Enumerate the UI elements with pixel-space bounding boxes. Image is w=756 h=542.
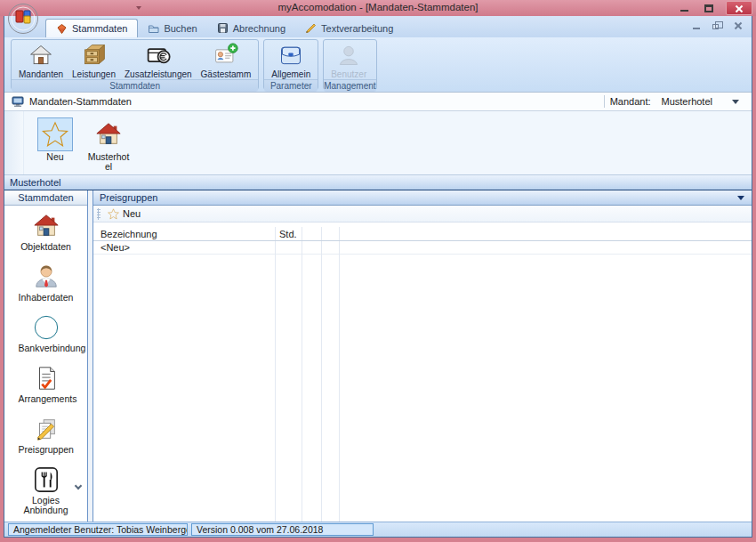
app-window: myAccomodation - [Mandaten-Stammdaten] S…: [0, 0, 756, 542]
sidebar-item-bankverbindung[interactable]: Bankverbindung: [4, 314, 87, 365]
chevron-down-icon: [732, 100, 739, 104]
column-divider: [339, 227, 340, 522]
cutlery-icon: [33, 466, 60, 493]
button-label: Allgemein: [271, 69, 310, 79]
status-version-panel: Version 0.008 vom 27.06.2018: [191, 523, 374, 536]
button-label: Zusatzleistungen: [125, 69, 192, 79]
star-icon: [42, 121, 68, 148]
sidebar-item-inhaberdaten[interactable]: Inhaberdaten: [4, 263, 87, 314]
leistungen-button[interactable]: Leistungen: [68, 41, 120, 79]
folder-icon: [148, 22, 159, 34]
sidebar-item-label: Logies Anbindung: [19, 496, 74, 515]
gaestestamm-button[interactable]: Gästestamm: [197, 41, 256, 79]
panel-dropdown-icon[interactable]: [737, 196, 744, 200]
guest-card-add-icon: [213, 43, 238, 68]
ribbon-group-label: Stammdaten: [12, 79, 258, 92]
tab-label: Abrechnung: [233, 23, 286, 34]
tab-textverarbeitung[interactable]: Textverarbeitung: [295, 19, 403, 37]
app-logo-icon: [7, 3, 39, 35]
gem-icon: [56, 23, 68, 35]
pencil-icon: [305, 22, 317, 34]
mandant-label: Mandant:: [610, 96, 651, 107]
record-list-gutter: [4, 111, 24, 174]
window-close-button[interactable]: [726, 1, 752, 15]
tab-buchen[interactable]: Buchen: [138, 19, 206, 37]
window-content: Stammdaten Buchen Abrechnung Textverarbe…: [4, 16, 752, 538]
sidebar-items: Objektdaten Inhaberdaten Bankverbindung …: [4, 206, 87, 522]
allgemein-button[interactable]: Allgemein: [267, 41, 315, 79]
title-bar: myAccomodation - [Mandaten-Stammdaten]: [0, 0, 756, 16]
record-item-label: Musterhotel: [85, 152, 132, 172]
window-minimize-button[interactable]: [676, 2, 692, 14]
save-icon: [217, 22, 229, 34]
column-divider: [275, 227, 276, 522]
sidebar-item-label: Arrangements: [19, 394, 74, 404]
mdi-minimize-button[interactable]: [691, 20, 704, 31]
blue-case-icon: [278, 43, 303, 68]
ribbon: Mandanten Leistungen Zusatzleistungen Gä…: [4, 37, 752, 92]
column-divider: [302, 227, 302, 522]
status-bar: Angemeldeter Benutzer: Tobias Weinberger…: [4, 522, 752, 537]
button-label: Gästestamm: [201, 69, 252, 79]
record-item-neu[interactable]: Neu: [31, 117, 79, 174]
main-panel-title: Preisgruppen: [100, 190, 157, 205]
ribbon-group-label: Parameter: [264, 79, 318, 92]
table-cell-neu: <Neu>: [93, 242, 275, 253]
main-toolbar: Neu: [93, 206, 752, 222]
house-red-icon: [95, 121, 122, 148]
zusatzleistungen-button[interactable]: Zusatzleistungen: [120, 41, 197, 79]
section-header: Musterhotel: [4, 175, 752, 190]
star-icon: [108, 208, 119, 220]
tab-stammdaten[interactable]: Stammdaten: [45, 19, 138, 37]
toolbar-grip-handle[interactable]: [97, 208, 101, 220]
quick-access-dropdown-icon[interactable]: [136, 6, 141, 10]
column-header-std[interactable]: Std.: [275, 229, 302, 239]
person-tie-icon: [33, 263, 60, 290]
record-list: Neu Musterhotel: [4, 111, 752, 175]
sidebar-scroll-down-button[interactable]: [72, 481, 84, 493]
window-maximize-button[interactable]: [701, 2, 717, 14]
button-label: Mandanten: [19, 69, 63, 79]
euro-coin-icon: [33, 314, 60, 341]
document-title: Mandaten-Stammdaten: [29, 96, 132, 107]
mdi-restore-button[interactable]: [712, 20, 724, 31]
benutzer-button[interactable]: Benutzer: [326, 41, 371, 79]
application-menu-button[interactable]: [7, 3, 39, 35]
mandant-combobox[interactable]: Musterhotel: [656, 95, 744, 108]
column-divider: [321, 227, 322, 522]
mandanten-button[interactable]: Mandanten: [14, 41, 68, 79]
sidebar-item-label: Bankverbindung: [19, 344, 74, 353]
record-item-label: Neu: [32, 152, 78, 162]
record-item-musterhotel[interactable]: Musterhotel: [84, 117, 133, 174]
status-user-panel: Angemeldeter Benutzer: Tobias Weinberger: [8, 523, 188, 536]
column-header-bezeichnung[interactable]: Bezeichnung: [93, 229, 275, 239]
tab-abrechnung[interactable]: Abrechnung: [207, 19, 295, 37]
house-red-icon: [33, 213, 60, 239]
main-panel: Preisgruppen Neu Bezeichnung: [92, 190, 752, 522]
sidebar-item-arrangements[interactable]: Arrangements: [4, 365, 87, 416]
table-row[interactable]: <Neu>: [93, 241, 752, 255]
tab-label: Stammdaten: [72, 23, 127, 34]
new-button[interactable]: Neu: [105, 207, 146, 221]
tab-label: Buchen: [164, 23, 197, 34]
table-header-row: Bezeichnung Std.: [93, 227, 752, 241]
price-groups-table: Bezeichnung Std. <Neu>: [93, 222, 752, 522]
window-title: myAccomodation - [Mandaten-Stammdaten]: [0, 2, 756, 12]
sidebar-item-preisgruppen[interactable]: Preisgruppen: [4, 416, 87, 466]
mdi-close-button[interactable]: [732, 20, 744, 31]
sidebar-item-label: Inhaberdaten: [19, 293, 74, 303]
pages-pencil-icon: [33, 416, 60, 442]
button-label: Leistungen: [72, 69, 116, 79]
house-outline-icon: [28, 43, 53, 68]
document-toolbar: Mandaten-Stammdaten Mandant: Musterhotel: [4, 92, 752, 111]
main-panel-header: Preisgruppen: [93, 190, 752, 206]
ribbon-tab-strip: Stammdaten Buchen Abrechnung Textverarbe…: [4, 16, 752, 37]
ribbon-group-parameter: Allgemein Parameter: [263, 39, 318, 90]
sidebar-item-objektdaten[interactable]: Objektdaten: [4, 213, 87, 263]
body: Stammdaten Objektdaten Inhaberdaten Bank…: [4, 190, 752, 522]
mandant-value: Musterhotel: [662, 96, 712, 107]
sidebar-header-stammdaten[interactable]: Stammdaten: [4, 190, 87, 206]
wallet-euro-icon: [146, 43, 171, 68]
new-button-label: Neu: [123, 208, 141, 219]
chevron-down-icon: [75, 482, 82, 489]
